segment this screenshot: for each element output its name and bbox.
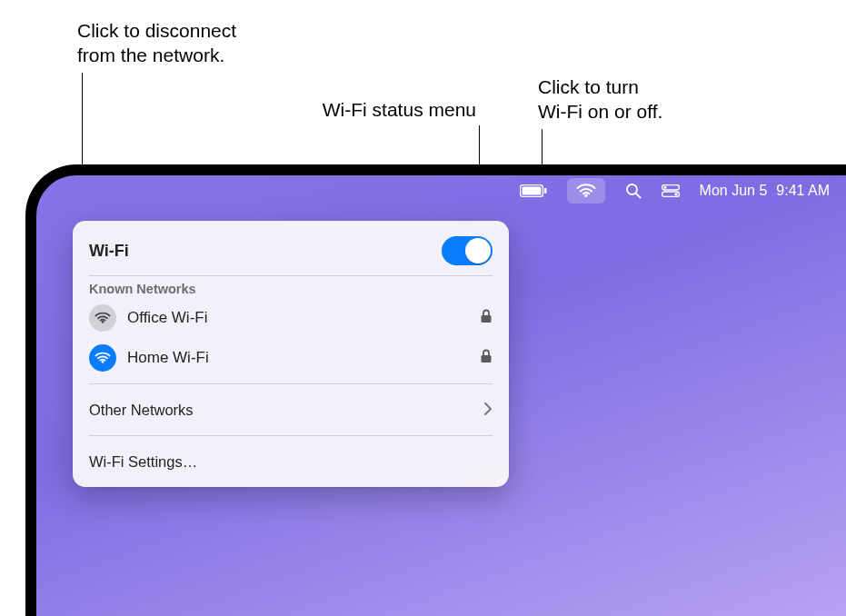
network-name: Office Wi-Fi xyxy=(127,309,469,327)
svg-rect-2 xyxy=(544,188,547,194)
svg-line-4 xyxy=(636,194,641,198)
spotlight-icon[interactable] xyxy=(625,175,642,206)
wifi-panel: Wi-Fi Known Networks Office Wi-Fi xyxy=(73,221,509,487)
network-row-office[interactable]: Office Wi-Fi xyxy=(89,298,493,338)
menu-bar-date: Mon Jun 5 xyxy=(700,183,768,199)
wifi-status-menu-icon[interactable] xyxy=(567,178,605,204)
menu-bar-time: 9:41 AM xyxy=(776,183,830,199)
wifi-signal-icon xyxy=(89,304,116,332)
wifi-toggle[interactable] xyxy=(442,236,493,265)
network-name: Home Wi-Fi xyxy=(127,349,469,367)
divider xyxy=(89,383,493,384)
svg-rect-9 xyxy=(482,315,492,323)
divider xyxy=(89,435,493,436)
mac-screen: Mon Jun 5 9:41 AM Wi-Fi Known Networks xyxy=(25,164,846,616)
other-networks-label: Other Networks xyxy=(89,402,194,419)
wifi-signal-icon xyxy=(89,344,116,372)
wifi-settings-row[interactable]: Wi-Fi Settings… xyxy=(73,442,509,482)
wifi-toggle-knob xyxy=(465,238,491,263)
menu-bar-clock[interactable]: Mon Jun 5 9:41 AM xyxy=(700,175,830,206)
callout-toggle: Click to turn Wi-Fi on or off. xyxy=(538,75,738,124)
chevron-right-icon xyxy=(483,402,493,419)
menu-bar: Mon Jun 5 9:41 AM xyxy=(36,175,846,206)
divider xyxy=(89,275,493,276)
control-center-icon[interactable] xyxy=(662,175,680,206)
callout-status-menu: Wi-Fi status menu xyxy=(276,97,476,122)
battery-icon[interactable] xyxy=(520,175,547,206)
lock-icon xyxy=(480,309,493,328)
lock-icon xyxy=(480,349,493,368)
svg-point-6 xyxy=(663,186,666,189)
other-networks-row[interactable]: Other Networks xyxy=(73,390,509,430)
wifi-panel-title: Wi-Fi xyxy=(89,242,129,261)
svg-rect-1 xyxy=(522,187,541,195)
svg-point-8 xyxy=(674,193,677,195)
svg-rect-10 xyxy=(482,355,492,363)
svg-point-3 xyxy=(627,184,637,194)
network-row-home[interactable]: Home Wi-Fi xyxy=(89,338,493,378)
callout-disconnect: Click to disconnect from the network. xyxy=(77,18,314,68)
wifi-settings-label: Wi-Fi Settings… xyxy=(89,453,197,471)
known-networks-header: Known Networks xyxy=(89,282,493,296)
